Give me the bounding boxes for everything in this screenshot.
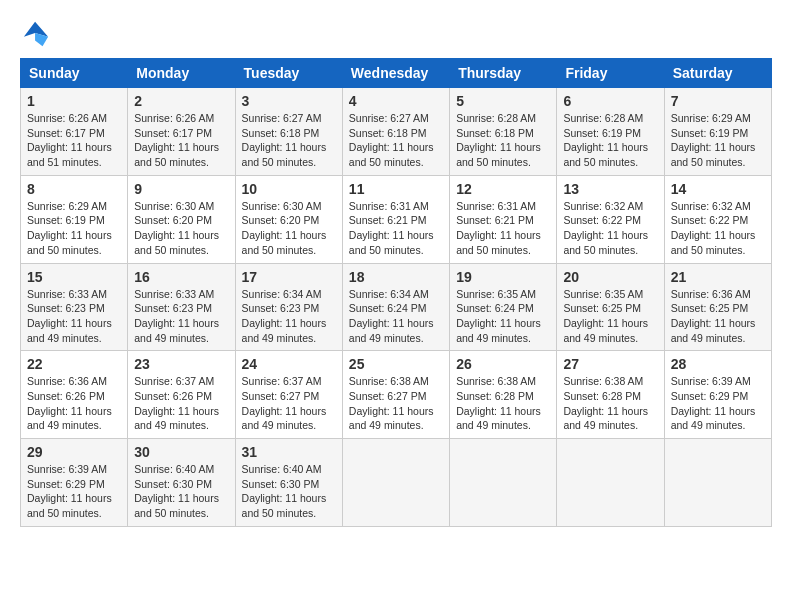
calendar-cell: 2 Sunrise: 6:26 AMSunset: 6:17 PMDayligh… (128, 88, 235, 176)
calendar-header-thursday: Thursday (450, 59, 557, 88)
calendar-cell: 27 Sunrise: 6:38 AMSunset: 6:28 PMDaylig… (557, 351, 664, 439)
calendar-cell: 6 Sunrise: 6:28 AMSunset: 6:19 PMDayligh… (557, 88, 664, 176)
calendar-cell: 5 Sunrise: 6:28 AMSunset: 6:18 PMDayligh… (450, 88, 557, 176)
calendar-cell: 17 Sunrise: 6:34 AMSunset: 6:23 PMDaylig… (235, 263, 342, 351)
day-info: Sunrise: 6:32 AMSunset: 6:22 PMDaylight:… (563, 200, 648, 256)
calendar-cell: 12 Sunrise: 6:31 AMSunset: 6:21 PMDaylig… (450, 175, 557, 263)
day-info: Sunrise: 6:30 AMSunset: 6:20 PMDaylight:… (242, 200, 327, 256)
calendar-cell: 30 Sunrise: 6:40 AMSunset: 6:30 PMDaylig… (128, 439, 235, 527)
day-number: 6 (563, 93, 657, 109)
day-number: 5 (456, 93, 550, 109)
day-number: 2 (134, 93, 228, 109)
day-info: Sunrise: 6:36 AMSunset: 6:25 PMDaylight:… (671, 288, 756, 344)
day-info: Sunrise: 6:35 AMSunset: 6:24 PMDaylight:… (456, 288, 541, 344)
day-number: 23 (134, 356, 228, 372)
day-info: Sunrise: 6:32 AMSunset: 6:22 PMDaylight:… (671, 200, 756, 256)
day-info: Sunrise: 6:37 AMSunset: 6:26 PMDaylight:… (134, 375, 219, 431)
calendar-cell: 18 Sunrise: 6:34 AMSunset: 6:24 PMDaylig… (342, 263, 449, 351)
calendar-header-friday: Friday (557, 59, 664, 88)
calendar-cell: 13 Sunrise: 6:32 AMSunset: 6:22 PMDaylig… (557, 175, 664, 263)
calendar-cell: 15 Sunrise: 6:33 AMSunset: 6:23 PMDaylig… (21, 263, 128, 351)
day-info: Sunrise: 6:28 AMSunset: 6:19 PMDaylight:… (563, 112, 648, 168)
calendar-cell: 3 Sunrise: 6:27 AMSunset: 6:18 PMDayligh… (235, 88, 342, 176)
calendar-week-row: 15 Sunrise: 6:33 AMSunset: 6:23 PMDaylig… (21, 263, 772, 351)
day-info: Sunrise: 6:34 AMSunset: 6:23 PMDaylight:… (242, 288, 327, 344)
day-info: Sunrise: 6:27 AMSunset: 6:18 PMDaylight:… (242, 112, 327, 168)
day-info: Sunrise: 6:36 AMSunset: 6:26 PMDaylight:… (27, 375, 112, 431)
calendar-cell: 25 Sunrise: 6:38 AMSunset: 6:27 PMDaylig… (342, 351, 449, 439)
calendar-week-row: 8 Sunrise: 6:29 AMSunset: 6:19 PMDayligh… (21, 175, 772, 263)
day-number: 25 (349, 356, 443, 372)
day-number: 8 (27, 181, 121, 197)
day-number: 1 (27, 93, 121, 109)
calendar-cell: 8 Sunrise: 6:29 AMSunset: 6:19 PMDayligh… (21, 175, 128, 263)
calendar-cell: 29 Sunrise: 6:39 AMSunset: 6:29 PMDaylig… (21, 439, 128, 527)
day-info: Sunrise: 6:26 AMSunset: 6:17 PMDaylight:… (27, 112, 112, 168)
calendar-cell: 16 Sunrise: 6:33 AMSunset: 6:23 PMDaylig… (128, 263, 235, 351)
calendar-table: SundayMondayTuesdayWednesdayThursdayFrid… (20, 58, 772, 527)
day-info: Sunrise: 6:35 AMSunset: 6:25 PMDaylight:… (563, 288, 648, 344)
day-info: Sunrise: 6:28 AMSunset: 6:18 PMDaylight:… (456, 112, 541, 168)
day-number: 9 (134, 181, 228, 197)
calendar-week-row: 22 Sunrise: 6:36 AMSunset: 6:26 PMDaylig… (21, 351, 772, 439)
day-number: 26 (456, 356, 550, 372)
day-number: 12 (456, 181, 550, 197)
calendar-header-tuesday: Tuesday (235, 59, 342, 88)
calendar-cell: 24 Sunrise: 6:37 AMSunset: 6:27 PMDaylig… (235, 351, 342, 439)
day-info: Sunrise: 6:37 AMSunset: 6:27 PMDaylight:… (242, 375, 327, 431)
calendar-cell: 4 Sunrise: 6:27 AMSunset: 6:18 PMDayligh… (342, 88, 449, 176)
day-number: 14 (671, 181, 765, 197)
day-info: Sunrise: 6:34 AMSunset: 6:24 PMDaylight:… (349, 288, 434, 344)
calendar-cell: 21 Sunrise: 6:36 AMSunset: 6:25 PMDaylig… (664, 263, 771, 351)
calendar-cell: 9 Sunrise: 6:30 AMSunset: 6:20 PMDayligh… (128, 175, 235, 263)
day-info: Sunrise: 6:30 AMSunset: 6:20 PMDaylight:… (134, 200, 219, 256)
day-info: Sunrise: 6:38 AMSunset: 6:27 PMDaylight:… (349, 375, 434, 431)
day-number: 20 (563, 269, 657, 285)
day-number: 28 (671, 356, 765, 372)
calendar-cell (557, 439, 664, 527)
day-number: 4 (349, 93, 443, 109)
day-number: 10 (242, 181, 336, 197)
day-number: 22 (27, 356, 121, 372)
calendar-cell: 23 Sunrise: 6:37 AMSunset: 6:26 PMDaylig… (128, 351, 235, 439)
day-number: 16 (134, 269, 228, 285)
day-info: Sunrise: 6:27 AMSunset: 6:18 PMDaylight:… (349, 112, 434, 168)
day-info: Sunrise: 6:31 AMSunset: 6:21 PMDaylight:… (456, 200, 541, 256)
calendar-cell (664, 439, 771, 527)
day-info: Sunrise: 6:29 AMSunset: 6:19 PMDaylight:… (671, 112, 756, 168)
day-number: 17 (242, 269, 336, 285)
day-number: 11 (349, 181, 443, 197)
calendar-cell: 11 Sunrise: 6:31 AMSunset: 6:21 PMDaylig… (342, 175, 449, 263)
calendar-header-wednesday: Wednesday (342, 59, 449, 88)
day-number: 29 (27, 444, 121, 460)
day-info: Sunrise: 6:39 AMSunset: 6:29 PMDaylight:… (27, 463, 112, 519)
day-info: Sunrise: 6:33 AMSunset: 6:23 PMDaylight:… (134, 288, 219, 344)
day-number: 3 (242, 93, 336, 109)
day-info: Sunrise: 6:40 AMSunset: 6:30 PMDaylight:… (134, 463, 219, 519)
calendar-cell: 10 Sunrise: 6:30 AMSunset: 6:20 PMDaylig… (235, 175, 342, 263)
calendar-week-row: 1 Sunrise: 6:26 AMSunset: 6:17 PMDayligh… (21, 88, 772, 176)
calendar-cell (342, 439, 449, 527)
day-number: 24 (242, 356, 336, 372)
calendar-header-row: SundayMondayTuesdayWednesdayThursdayFrid… (21, 59, 772, 88)
day-number: 19 (456, 269, 550, 285)
calendar-header-monday: Monday (128, 59, 235, 88)
day-info: Sunrise: 6:26 AMSunset: 6:17 PMDaylight:… (134, 112, 219, 168)
day-info: Sunrise: 6:29 AMSunset: 6:19 PMDaylight:… (27, 200, 112, 256)
day-number: 13 (563, 181, 657, 197)
day-info: Sunrise: 6:31 AMSunset: 6:21 PMDaylight:… (349, 200, 434, 256)
calendar-header-saturday: Saturday (664, 59, 771, 88)
calendar-cell: 20 Sunrise: 6:35 AMSunset: 6:25 PMDaylig… (557, 263, 664, 351)
calendar-cell: 31 Sunrise: 6:40 AMSunset: 6:30 PMDaylig… (235, 439, 342, 527)
day-number: 7 (671, 93, 765, 109)
calendar-cell: 7 Sunrise: 6:29 AMSunset: 6:19 PMDayligh… (664, 88, 771, 176)
calendar-week-row: 29 Sunrise: 6:39 AMSunset: 6:29 PMDaylig… (21, 439, 772, 527)
day-number: 21 (671, 269, 765, 285)
day-number: 31 (242, 444, 336, 460)
day-info: Sunrise: 6:40 AMSunset: 6:30 PMDaylight:… (242, 463, 327, 519)
day-number: 30 (134, 444, 228, 460)
calendar-header-sunday: Sunday (21, 59, 128, 88)
day-number: 27 (563, 356, 657, 372)
logo-icon (22, 20, 50, 48)
calendar-cell: 19 Sunrise: 6:35 AMSunset: 6:24 PMDaylig… (450, 263, 557, 351)
